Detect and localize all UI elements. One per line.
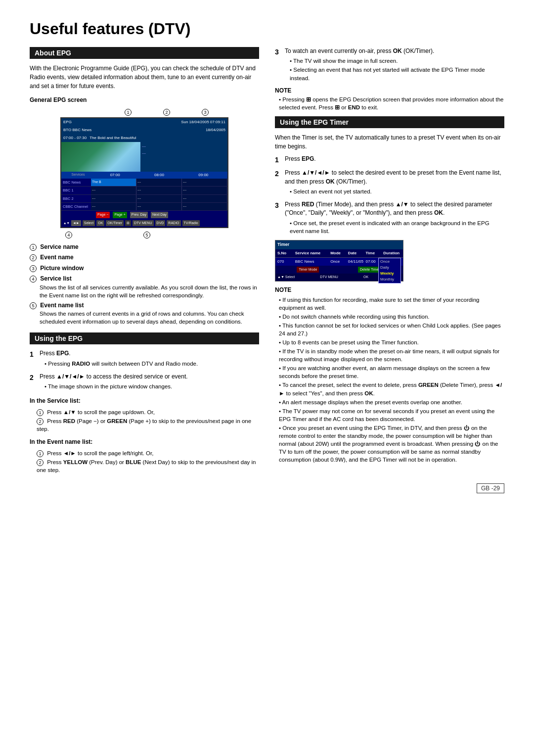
epg-service-list: BBC News The B --- --- BBC 1 --- -- — [61, 179, 227, 211]
timer-step-2: 2 Press ▲/▼/◄/► to select the desired ev… — [275, 169, 504, 196]
note-top-right: NOTE Pressing ⊞ opens the EPG Descriptio… — [275, 87, 504, 111]
callout-list: 1 Service name 2 Event name 3 Picture wi… — [30, 243, 259, 326]
page-title: Useful features (DTV) — [30, 20, 504, 38]
about-epg-header: About EPG — [30, 47, 259, 59]
event-list-instructions: 1 Press ◄/► to scroll the page left/righ… — [30, 449, 259, 474]
callout-4: 4 — [65, 230, 74, 239]
callout-2: 2 — [163, 107, 172, 116]
service-list-instructions: 1 Press ▲/▼ to scroll the page up/down. … — [30, 408, 259, 433]
epg-preview-image — [61, 142, 140, 172]
epg-timeline: Services 07:00 08:00 09:00 — [61, 172, 227, 179]
callout-5: 5 — [143, 230, 152, 239]
epg-preview-info: --- --- — [140, 142, 227, 172]
epg-bottom-bar-1: Page − Page + Prev. Day Next Day — [61, 211, 227, 219]
timer-step-3: 3 Press RED (Timer Mode), and then press… — [275, 200, 504, 236]
callout-4-detail: Shows the list of all services currently… — [30, 284, 259, 299]
timer-screen-mockup: Timer S.No Service name Mode Date Time D… — [275, 240, 403, 282]
epg-channel: BTO BBC News — [63, 127, 91, 133]
about-epg-intro: With the Electronic Programme Guide (EPG… — [30, 64, 259, 91]
using-epg-timer-header: Using the EPG Timer — [275, 116, 504, 128]
epg-program: The Bold and the Beautiful — [89, 135, 136, 141]
epg-datetime: Sun 18/04/2005 07:09:11 — [181, 119, 225, 125]
epg-time-range: 07:00 - 07:30 — [63, 135, 87, 141]
note-bottom-right: NOTE If using this function for recordin… — [275, 285, 504, 464]
step-2: 2 Press ▲/▼/◄/► to access the desired se… — [30, 373, 259, 391]
epg-bottom-bar-2: ▲▼ ◄► Select OK OK/Timer ⊞ DTV MENU DVD … — [61, 219, 227, 228]
event-list-title: In the Event name list: — [30, 437, 259, 446]
callout-5-detail: Shows the names of current events in a g… — [30, 310, 259, 326]
epg-screen-mockup: EPG Sun 18/04/2005 07:09:11 BTO BBC News… — [60, 117, 228, 228]
general-screen-title: General EPG screen — [30, 95, 259, 104]
service-list-title: In the Service list: — [30, 396, 259, 405]
callout-1: 1 — [125, 107, 134, 116]
epg-date: 18/04/2005 — [206, 127, 225, 133]
timer-step-1: 1 Press EPG. — [275, 155, 504, 165]
epg-timer-intro: When the Timer is set, the TV automatica… — [275, 133, 504, 151]
step-3-right: 3 To watch an event currently on-air, pr… — [275, 47, 504, 83]
epg-label: EPG — [63, 119, 72, 125]
using-epg-header: Using the EPG — [30, 332, 259, 344]
page-number: GB -29 — [30, 485, 504, 492]
callout-3: 3 — [202, 107, 211, 116]
step-1: 1 Press EPG. Pressing RADIO will switch … — [30, 349, 259, 368]
